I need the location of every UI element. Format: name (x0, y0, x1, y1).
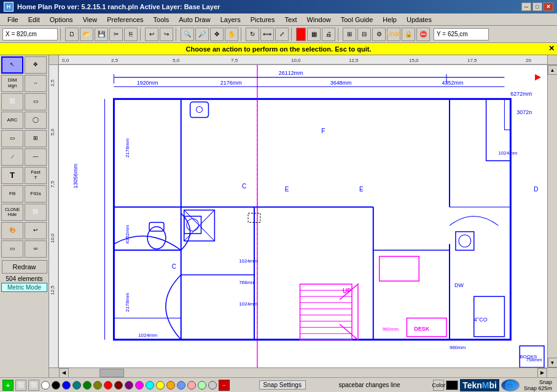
menu-updates[interactable]: Updates (402, 15, 437, 25)
color-button[interactable] (296, 28, 306, 41)
mirror-button[interactable]: ⟺ (260, 28, 274, 41)
floor-plan-svg: 26112mm 1920mm 2176mm 3648mm 4352mm (59, 65, 547, 367)
dot-olive[interactable] (93, 381, 102, 390)
dot-pink[interactable] (187, 381, 196, 390)
stop-button[interactable]: ⛔ (416, 28, 430, 41)
scroll-right-button[interactable]: ▶ (537, 368, 547, 378)
close-button[interactable]: ✕ (543, 2, 553, 11)
color-picker-btn[interactable]: Color (433, 380, 444, 391)
fill-button[interactable]: ▦ (307, 28, 321, 41)
pan-button[interactable]: ✋ (225, 28, 238, 41)
multiselect-tool[interactable]: ✥ (25, 56, 47, 74)
menu-preferences[interactable]: Preferences (102, 15, 148, 25)
redraw-button[interactable]: Redraw (2, 260, 47, 274)
undo-tool[interactable]: ↩ (25, 222, 47, 239)
snap-settings-label[interactable]: Snap Settings (259, 380, 306, 390)
scroll-up-button[interactable]: ▲ (548, 65, 558, 75)
dim2-tool[interactable]: ↔ (25, 75, 47, 92)
tool-row-1: ↖ ✥ (1, 56, 47, 74)
dot-black[interactable] (52, 381, 60, 390)
arc-tool[interactable]: ARC (1, 112, 23, 129)
dot-red[interactable] (104, 381, 112, 390)
menu-window[interactable]: Window (302, 15, 336, 25)
dot-green[interactable] (83, 381, 92, 390)
menu-help[interactable]: Help (378, 15, 402, 25)
dot-yellow[interactable] (156, 381, 165, 390)
bt2[interactable]: ⬜ (28, 380, 39, 391)
hatch-tool[interactable]: ⟋ (1, 148, 23, 166)
scroll-thumb[interactable] (99, 369, 124, 377)
scroll-track-bottom[interactable] (69, 368, 537, 378)
misc-tool[interactable]: ⬜ (25, 204, 47, 221)
info-close[interactable]: ✕ (548, 44, 555, 53)
menu-text[interactable]: Text (279, 15, 302, 25)
maximize-button[interactable]: □ (532, 2, 542, 11)
color-tool[interactable]: 🎨 (1, 222, 23, 239)
zoom-out-button[interactable]: 🔎 (195, 28, 209, 41)
text-tool[interactable]: T (1, 167, 23, 184)
select-button[interactable]: ✥ (210, 28, 224, 41)
menu-file[interactable]: File (2, 15, 23, 25)
rect-tool[interactable]: ▭ (1, 130, 23, 147)
dot-white[interactable] (41, 381, 50, 390)
add-button[interactable]: + (2, 380, 14, 391)
dot-magenta[interactable] (135, 381, 144, 390)
menu-edit[interactable]: Edit (23, 15, 45, 25)
menu-autodraw[interactable]: Auto Draw (174, 15, 215, 25)
snap-button[interactable]: ⊞ (343, 28, 356, 41)
color-swatch[interactable] (446, 380, 458, 390)
canvas-area[interactable]: 26112mm 1920mm 2176mm 3648mm 4352mm (59, 65, 547, 367)
grid-button[interactable]: ⊟ (357, 28, 371, 41)
menu-tools[interactable]: Tools (149, 15, 174, 25)
poly-tool[interactable]: ⊞ (25, 130, 47, 147)
line-tool[interactable]: ⬜ (1, 93, 23, 110)
undo-button[interactable]: ↩ (145, 28, 158, 41)
settings-button[interactable]: ⚙ (372, 28, 386, 41)
dot-purple[interactable] (125, 381, 133, 390)
dot-lt-gray[interactable] (208, 381, 217, 390)
new-button[interactable]: 🗋 (65, 28, 79, 41)
circle-tool[interactable]: ◯ (25, 112, 47, 129)
wall-tool[interactable]: ▭ (25, 93, 47, 110)
lock-button[interactable]: 🔒 (402, 28, 415, 41)
scroll-left-button[interactable]: ◀ (59, 368, 69, 378)
measure-tool[interactable]: ▭ (1, 240, 23, 258)
dot-maroon[interactable] (114, 381, 123, 390)
redo-button[interactable]: ↪ (160, 28, 173, 41)
undo2-button[interactable]: Undo (387, 28, 400, 41)
move-button[interactable]: ⤢ (275, 28, 289, 41)
dot-cyan[interactable] (146, 381, 154, 390)
menu-options[interactable]: Options (45, 15, 78, 25)
tool-row-7: T FastT (1, 167, 47, 184)
fasttext-tool[interactable]: FastT (25, 167, 47, 184)
menu-layers[interactable]: Layers (216, 15, 246, 25)
menu-pictures[interactable]: Pictures (246, 15, 280, 25)
dot-lt-blue[interactable] (177, 381, 185, 390)
menu-view[interactable]: View (78, 15, 103, 25)
svg-text:758mm: 758mm (526, 357, 542, 363)
clone-tool[interactable]: CLONEHide (1, 204, 23, 221)
print-button[interactable]: 🖨 (322, 28, 335, 41)
minimize-button[interactable]: ─ (521, 2, 531, 11)
open-button[interactable]: 📂 (80, 28, 93, 41)
copy-button[interactable]: ⎘ (124, 28, 138, 41)
select-tool[interactable]: ↖ (1, 56, 23, 74)
dimension-tool[interactable]: DIMsign (1, 75, 23, 92)
dot-blue[interactable] (62, 381, 71, 390)
dot-orange[interactable] (166, 381, 175, 390)
line3-tool[interactable]: ═ (25, 240, 47, 258)
dot-lt-green[interactable] (198, 381, 206, 390)
fill-tool[interactable]: Fill (1, 185, 23, 202)
figs-tool[interactable]: FIGs (25, 185, 47, 202)
rotate-button[interactable]: ↻ (246, 28, 259, 41)
remove-button[interactable]: − (219, 380, 230, 391)
scroll-down-button[interactable]: ▼ (548, 358, 558, 367)
dot-teal[interactable] (72, 381, 81, 390)
save-button[interactable]: 💾 (95, 28, 108, 41)
menu-toolguide[interactable]: Tool Guide (336, 15, 378, 25)
bt1[interactable]: ⬜ (15, 380, 26, 391)
zoom-in-button[interactable]: 🔍 (181, 28, 194, 41)
cut-button[interactable]: ✂ (109, 28, 123, 41)
tool-row-8: Fill FIGs (1, 185, 47, 202)
line2-tool[interactable]: — (25, 148, 47, 166)
